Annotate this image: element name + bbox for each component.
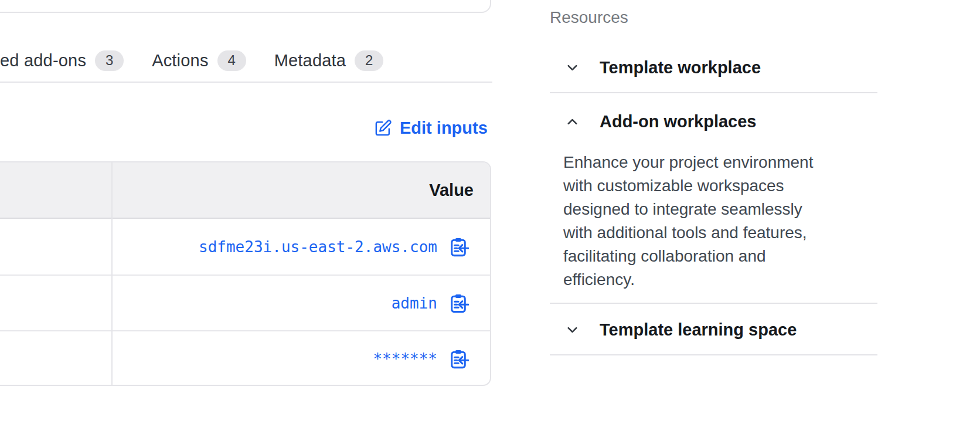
top-card-partial — [0, 0, 491, 13]
table-row: ******* — [0, 330, 490, 386]
tab-count-badge: 3 — [95, 50, 124, 71]
resources-panel-title: Resources — [550, 8, 628, 27]
clipboard-copy-icon[interactable] — [448, 293, 469, 314]
input-value-host: sdfme23i.us-east-2.aws.com — [199, 238, 437, 256]
input-value-username: admin — [392, 294, 437, 312]
table-row: admin — [0, 274, 490, 330]
tab-actions[interactable]: Actions 4 — [152, 50, 246, 71]
edit-pencil-square-icon — [374, 119, 392, 137]
section-divider — [550, 354, 877, 355]
tab-installed-add-ons[interactable]: ed add-ons 3 — [0, 50, 124, 71]
section-label: Template learning space — [600, 320, 797, 340]
section-divider — [550, 92, 877, 93]
tab-label: Actions — [152, 51, 209, 70]
clipboard-copy-icon[interactable] — [448, 236, 469, 257]
tab-count-badge: 4 — [217, 50, 246, 71]
inputs-table: Value sdfme23i.us-east-2.aws.com admin — [0, 161, 491, 386]
project-detail-page: ed add-ons 3 Actions 4 Metadata 2 Edit i… — [0, 0, 980, 427]
clipboard-copy-icon[interactable] — [448, 348, 469, 370]
section-add-on-workplaces[interactable]: Add-on workplaces — [564, 108, 757, 135]
edit-inputs-button[interactable]: Edit inputs — [374, 117, 488, 138]
chevron-down-icon — [564, 60, 580, 76]
tab-bar: ed add-ons 3 Actions 4 Metadata 2 — [0, 48, 383, 73]
input-value-password-masked: ******* — [373, 350, 437, 368]
section-divider — [550, 303, 877, 304]
section-label: Template workplace — [600, 58, 761, 77]
section-template-learning-space[interactable]: Template learning space — [564, 316, 797, 343]
tab-label: ed add-ons — [0, 51, 86, 70]
chevron-down-icon — [564, 322, 580, 338]
tab-divider — [0, 82, 492, 83]
section-label: Add-on workplaces — [600, 112, 757, 131]
table-header-row: Value — [0, 162, 490, 219]
tab-count-badge: 2 — [355, 50, 383, 71]
section-template-workplace[interactable]: Template workplace — [564, 54, 761, 81]
chevron-up-icon — [564, 114, 580, 130]
table-column-divider — [111, 162, 113, 385]
table-row: sdfme23i.us-east-2.aws.com — [0, 219, 490, 274]
tab-metadata[interactable]: Metadata 2 — [274, 50, 384, 71]
value-column-header: Value — [429, 181, 474, 200]
tab-label: Metadata — [274, 51, 346, 70]
section-description: Enhance your project environment with cu… — [563, 151, 824, 292]
edit-inputs-label: Edit inputs — [400, 118, 488, 138]
